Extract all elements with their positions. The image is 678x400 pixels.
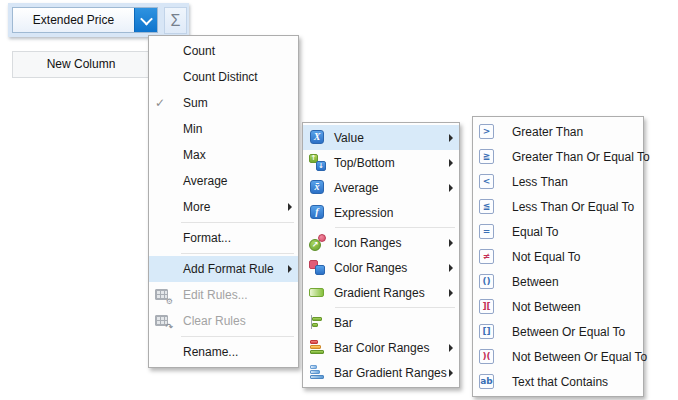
bar-icon (309, 314, 326, 331)
icon-gutter: ][ (479, 299, 512, 314)
submenu-arrow-icon (288, 203, 292, 211)
menu-item-label: Edit Rules... (183, 288, 248, 302)
less-than-or-equal-icon: ≦ (479, 199, 494, 214)
text-contains-icon: ab (479, 374, 494, 389)
menu-separator (181, 336, 294, 337)
menu-item-bar[interactable]: Bar (303, 310, 459, 335)
menu-item-value[interactable]: XValue (303, 125, 459, 150)
icon-gutter (309, 364, 334, 381)
menu-item-label: Not Equal To (512, 250, 581, 264)
menu-item-average[interactable]: x̄Average (303, 175, 459, 200)
icon-gutter: [] (479, 324, 512, 339)
menu-item-label: Average (183, 174, 227, 188)
not-equal-to-icon: ≠ (479, 249, 494, 264)
greater-than-or-equal-icon: ≧ (479, 149, 494, 164)
chevron-down-icon (140, 12, 153, 25)
value-icon: X (309, 129, 326, 146)
menu-item-label: Sum (183, 96, 208, 110)
submenu-arrow-icon (449, 159, 453, 167)
submenu-arrow-icon (449, 289, 453, 297)
menu-item-more[interactable]: More (149, 194, 298, 220)
menu-item-min[interactable]: Min (149, 116, 298, 142)
color-ranges-icon (309, 259, 326, 276)
icon-gutter: ↗ (309, 234, 334, 251)
menu-item-color-ranges[interactable]: Color Ranges (303, 255, 459, 280)
menu-item-greater-than[interactable]: >Greater Than (473, 119, 643, 144)
icon-gutter (309, 314, 334, 331)
menu-item-label: Not Between Or Equal To (512, 350, 647, 364)
menu-item-label: Text that Contains (512, 375, 608, 389)
field-selector-label: Extended Price (13, 8, 134, 32)
submenu-arrow-icon (449, 369, 453, 377)
menu-item-average[interactable]: Average (149, 168, 298, 194)
menu-item-label: Rename... (183, 345, 238, 359)
menu-item-between-or-equal-to[interactable]: []Between Or Equal To (473, 319, 643, 344)
top-bottom-icon: ↑↓ (309, 154, 326, 171)
menu-item-label: Between Or Equal To (512, 325, 625, 339)
menu-item-count-distinct[interactable]: Count Distinct (149, 64, 298, 90)
sum-function-button[interactable]: Σ (164, 7, 187, 34)
icon-gutter: ⚙ (155, 287, 183, 304)
new-column-button[interactable]: New Column (12, 51, 150, 78)
menu-item-greater-than-or-equal-to[interactable]: ≧Greater Than Or Equal To (473, 144, 643, 169)
field-selector-button[interactable]: Extended Price (12, 7, 158, 33)
icon-gutter: ≦ (479, 199, 512, 214)
menu-item-sum[interactable]: ✓Sum (149, 90, 298, 116)
menu-item-label: Value (334, 131, 364, 145)
submenu-arrow-icon (449, 264, 453, 272)
submenu-arrow-icon (288, 265, 292, 273)
gradient-ranges-icon (309, 284, 326, 301)
menu-item-label: Greater Than (512, 125, 583, 139)
icon-gutter: x̄ (309, 179, 334, 196)
menu-item-between[interactable]: ()Between (473, 269, 643, 294)
menu-item-less-than[interactable]: <Less Than (473, 169, 643, 194)
menu-item-label: Top/Bottom (334, 156, 395, 170)
menu-item-gradient-ranges[interactable]: Gradient Ranges (303, 280, 459, 305)
icon-gutter: () (479, 274, 512, 289)
not-between-icon: ][ (479, 299, 494, 314)
icon-gutter: )( (479, 349, 512, 364)
menu-separator (335, 227, 455, 228)
average-icon: x̄ (309, 179, 326, 196)
field-header-panel: Extended Price Σ (8, 3, 189, 37)
menu-item-count[interactable]: Count (149, 38, 298, 64)
menu-item-add-format-rule[interactable]: Add Format Rule (149, 256, 298, 282)
menu-item-label: Bar Gradient Ranges (334, 366, 447, 380)
menu-item-equal-to[interactable]: =Equal To (473, 219, 643, 244)
menu-item-expression[interactable]: fExpression (303, 200, 459, 225)
menu-item-not-equal-to[interactable]: ≠Not Equal To (473, 244, 643, 269)
value-condition-submenu: >Greater Than≧Greater Than Or Equal To<L… (472, 116, 644, 397)
menu-item-label: Not Between (512, 300, 581, 314)
icon-gutter (309, 259, 334, 276)
sigma-icon: Σ (171, 13, 181, 29)
icon-ranges-icon: ↗ (309, 234, 326, 251)
menu-item-label: Less Than (512, 175, 568, 189)
menu-item-label: Max (183, 148, 206, 162)
menu-item-rename[interactable]: Rename... (149, 339, 298, 365)
menu-item-bar-color-ranges[interactable]: Bar Color Ranges (303, 335, 459, 360)
menu-separator (335, 307, 455, 308)
submenu-arrow-icon (449, 239, 453, 247)
menu-item-max[interactable]: Max (149, 142, 298, 168)
between-icon: () (479, 274, 494, 289)
menu-item-label: Greater Than Or Equal To (512, 150, 650, 164)
submenu-arrow-icon (449, 134, 453, 142)
menu-item-less-than-or-equal-to[interactable]: ≦Less Than Or Equal To (473, 194, 643, 219)
bar-gradient-ranges-icon (309, 364, 326, 381)
menu-item-top-bottom[interactable]: ↑↓Top/Bottom (303, 150, 459, 175)
not-between-or-equal-icon: )( (479, 349, 494, 364)
menu-item-label: Icon Ranges (334, 236, 401, 250)
icon-gutter: ab (479, 374, 512, 389)
greater-than-icon: > (479, 124, 494, 139)
menu-item-icon-ranges[interactable]: ↗Icon Ranges (303, 230, 459, 255)
submenu-arrow-icon (449, 344, 453, 352)
icon-gutter: ↑↓ (309, 154, 334, 171)
menu-item-not-between[interactable]: ][Not Between (473, 294, 643, 319)
menu-item-text-that-contains[interactable]: abText that Contains (473, 369, 643, 394)
field-dropdown-button[interactable] (134, 8, 157, 32)
menu-item-format[interactable]: Format... (149, 225, 298, 251)
menu-item-bar-gradient-ranges[interactable]: Bar Gradient Ranges (303, 360, 459, 385)
edit-rules-icon: ⚙ (155, 287, 172, 304)
menu-item-not-between-or-equal-to[interactable]: )(Not Between Or Equal To (473, 344, 643, 369)
icon-gutter: X (309, 129, 334, 146)
